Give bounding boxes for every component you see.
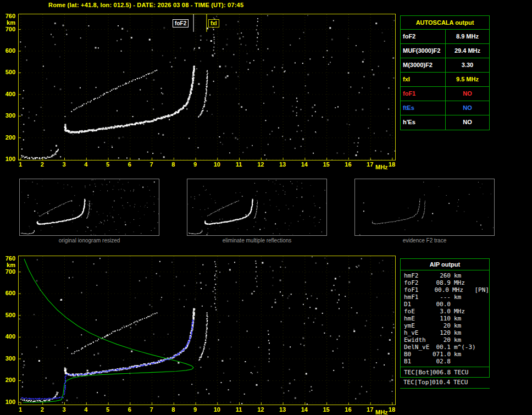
autoscala-row-label: foF1 [401, 87, 446, 101]
bottom-x-tick: 10 [213, 406, 221, 413]
autoscala-row-label: h'Es [401, 115, 446, 130]
bottom-x-tick: 6 [125, 406, 134, 413]
top-x-tick: 17 [365, 161, 374, 168]
top-x-tick: 4 [81, 161, 90, 168]
autoscala-row-fxI: fxI9.5 MHz [401, 73, 489, 87]
top-ionogram-plot: foF2 fxI [18, 14, 396, 161]
autoscala-row-foF2: foF28.9 MHz [401, 30, 489, 44]
top-x-tick: 5 [103, 161, 112, 168]
autoscala-row-h'Es: h'EsNO [401, 115, 489, 130]
aip-row-ymE: ymE20km [401, 322, 489, 329]
aip-row-foF1: foF100.0MHz[PN] [401, 286, 489, 294]
autoscala-row-value: 29.4 MHz [446, 44, 489, 58]
top-x-tick: 14 [300, 161, 309, 168]
top-ionogram-canvas [19, 14, 395, 160]
aip-row-Ewidth: Ewidth20km [401, 336, 489, 344]
bottom-ionogram-canvas [19, 256, 395, 405]
autoscala-row-foF1: foF1NO [401, 87, 489, 101]
thumbnail-original-canvas [20, 179, 159, 235]
station-date-header: Rome (lat: +41.8, lon: 012.5) - DATE: 20… [48, 2, 243, 8]
autoscala-row-MUF(3000)F2: MUF(3000)F229.4 MHz [401, 44, 489, 58]
top-x-tick: 8 [169, 161, 178, 168]
top-y-tick: 400 [0, 91, 15, 97]
bottom-x-tick: 17 [365, 406, 374, 413]
top-x-tick: 12 [256, 161, 265, 168]
bottom-y-tick: 300 [0, 355, 15, 362]
thumbnail-f2-trace-canvas [355, 179, 494, 235]
thumbnail-original-ionogram [19, 179, 159, 236]
bottom-y-tick: 400 [0, 333, 15, 340]
thumbnail-multiple-reflections [187, 179, 327, 236]
bottom-x-tick: 4 [81, 406, 90, 413]
top-x-tick: 9 [191, 161, 199, 168]
top-x-tick: 3 [60, 161, 69, 168]
bottom-x-tick: 13 [278, 406, 287, 413]
bottom-y-tick: 500 [0, 312, 15, 318]
top-x-tick: 7 [147, 161, 156, 168]
top-y-tick: 760 [0, 13, 15, 19]
top-x-tick: 11 [235, 161, 243, 168]
aip-row-foE: foE3.0MHz [401, 308, 489, 315]
aip-tec-top-row: TEC[Top]010.4TECU [400, 378, 490, 389]
autoscala-row-value: 8.9 MHz [446, 30, 489, 43]
top-x-tick: 13 [278, 161, 287, 168]
autoscala-table-title: AUTOSCALA output [401, 16, 489, 30]
thumbnail-caption-original: original ionogram resized [19, 237, 159, 244]
autoscala-row-label: ftEs [401, 101, 446, 115]
bottom-x-unit-label: MHz [375, 409, 392, 415]
aip-table-rows: hmF2260kmfoF208.9MHzfoF100.0MHz[PN]hmF1-… [400, 270, 490, 378]
top-x-tick: 10 [213, 161, 221, 168]
top-x-tick: 18 [387, 161, 396, 168]
bottom-x-tick: 12 [256, 406, 265, 413]
bottom-x-tick: 3 [60, 406, 69, 413]
aip-row-foF2: foF208.9MHz [401, 279, 489, 286]
bottom-x-tick: 1 [16, 406, 25, 413]
top-y-tick: 200 [0, 134, 15, 141]
bottom-x-tick: 15 [322, 406, 331, 413]
bottom-x-tick: 7 [147, 406, 156, 413]
autoscala-row-value: 3.30 [446, 58, 489, 72]
top-y-unit-label: km [0, 19, 15, 26]
thumbnail-multiple-reflections-canvas [187, 179, 326, 235]
aip-row-h_vE: h_vE120km [401, 329, 489, 336]
aip-row-B0: B0071.0km [401, 351, 489, 358]
top-x-tick: 6 [125, 161, 134, 168]
aip-row-TEC[Bot]: TEC[Bot]006.8TECU [401, 367, 489, 377]
autoscala-row-label: M(3000)F2 [401, 58, 446, 72]
thumbnail-caption-multiples: eliminate multiple reflections [187, 237, 327, 244]
top-x-tick: 2 [38, 161, 47, 168]
bottom-x-tick: 5 [103, 406, 112, 413]
bottom-y-tick: 700 [0, 268, 15, 275]
autoscala-row-ftEs: ftEsNO [401, 101, 489, 115]
aip-row-hmE: hmE110km [401, 315, 489, 322]
top-y-tick: 100 [0, 156, 15, 162]
autoscala-row-value: NO [446, 87, 489, 101]
aip-row-TEC[Top]: TEC[Top]010.4TECU [400, 379, 490, 386]
aip-row-DelN_vE: DelN_vE00.1m^(-3) [401, 344, 489, 351]
autoscala-output-table: AUTOSCALA output foF28.9 MHzMUF(3000)F22… [400, 15, 490, 130]
autoscala-table-rows: foF28.9 MHzMUF(3000)F229.4 MHzM(3000)F23… [401, 30, 489, 130]
autoscala-row-M(3000)F2: M(3000)F23.30 [401, 58, 489, 73]
bottom-y-unit-label: km [0, 262, 15, 268]
autoscala-row-value: NO [446, 115, 489, 130]
top-x-tick: 15 [322, 161, 331, 168]
aip-row-hmF2: hmF2260km [401, 272, 489, 279]
top-y-tick: 600 [0, 47, 15, 54]
top-x-tick: 1 [16, 161, 25, 168]
autoscala-row-label: foF2 [401, 30, 446, 43]
top-x-unit-label: MHz [375, 164, 392, 170]
autoscala-row-value: 9.5 MHz [446, 73, 489, 86]
bottom-y-tick: 600 [0, 290, 15, 296]
aip-row-B1: B102.8 [401, 358, 489, 365]
bottom-x-tick: 16 [343, 406, 352, 413]
autoscala-row-label: MUF(3000)F2 [401, 44, 446, 58]
autoscala-row-value: NO [446, 101, 489, 115]
fof2-marker-label: foF2 [173, 19, 189, 27]
aip-output-table: AIP output hmF2260kmfoF208.9MHzfoF100.0M… [400, 258, 490, 389]
top-y-tick: 700 [0, 26, 15, 32]
top-y-tick: 300 [0, 112, 15, 119]
bottom-x-tick: 11 [235, 406, 243, 413]
thumbnail-f2-trace [354, 179, 495, 236]
aip-row-D1: D100.0 [401, 301, 489, 308]
bottom-y-tick: 100 [0, 399, 15, 405]
